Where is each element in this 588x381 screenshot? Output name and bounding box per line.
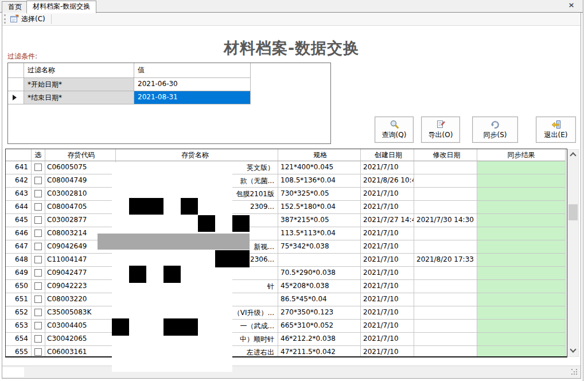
filter-row[interactable]: *开始日期*2021-06-30	[8, 78, 330, 91]
scrollbar-thumb[interactable]	[568, 204, 578, 220]
column-header-rownum[interactable]	[6, 149, 32, 161]
exit-button[interactable]: 退出(E)	[536, 116, 576, 143]
row-checkbox[interactable]	[34, 282, 42, 290]
sync-result-cell	[477, 201, 566, 214]
sync-result-cell	[477, 188, 566, 201]
column-header[interactable]: 选	[32, 149, 45, 161]
row-checkbox[interactable]	[34, 269, 42, 277]
inventory-code-cell: C03004405	[45, 320, 116, 333]
table-row[interactable]: 642C08004749款（无菌...108.5*136*0.042021/8/…	[6, 174, 567, 188]
row-number-cell: 655	[6, 346, 32, 357]
row-checkbox[interactable]	[34, 348, 42, 356]
table-row[interactable]: 643C03002810包膜2101版730*325*0.052021/7/10	[6, 188, 567, 201]
exit-door-icon	[550, 119, 562, 130]
sync-result-cell	[477, 293, 566, 306]
select-cell	[32, 346, 45, 357]
inventory-code-cell: C35005083K	[45, 306, 116, 320]
redaction-box	[232, 215, 250, 232]
row-checkbox[interactable]	[34, 256, 42, 263]
inventory-code-cell: C09042477	[45, 267, 116, 280]
created-date-cell: 2021/7/10	[361, 240, 414, 254]
tab-home[interactable]: 首页	[2, 1, 28, 13]
resize-grip-icon[interactable]	[571, 369, 573, 370]
row-number-cell: 653	[6, 320, 32, 333]
modified-date-cell	[414, 240, 477, 254]
column-header[interactable]: 创建日期	[361, 149, 414, 161]
row-checkbox[interactable]	[34, 296, 42, 303]
filter-name-cell[interactable]: *结束日期*	[24, 91, 134, 104]
table-vertical-scrollbar[interactable]	[567, 149, 579, 357]
spec-cell: 113.5*113*0.04	[278, 227, 361, 240]
query-button[interactable]: 查询(Q)	[375, 116, 414, 143]
filter-name-cell[interactable]: *开始日期*	[24, 78, 134, 91]
row-checkbox[interactable]	[34, 243, 42, 250]
sync-result-cell	[477, 214, 566, 227]
tab-strip: 首页 材料档案-数据交换 ×	[0, 0, 583, 13]
row-number-cell: 647	[6, 240, 32, 254]
column-header[interactable]: 存货名称	[116, 149, 278, 161]
close-icon[interactable]: ×	[567, 1, 576, 10]
column-header[interactable]: 规格	[278, 149, 361, 161]
row-checkbox[interactable]	[34, 322, 42, 329]
created-date-cell: 2021/7/10	[361, 280, 414, 293]
main-panel: 选择(C) 材料档案-数据交换 过滤条件: 过滤名称 值 *开始日期*2021-…	[2, 13, 581, 379]
table-row[interactable]: 645C03002877387*215*0.052021/7/27 14:472…	[6, 214, 567, 227]
sync-result-cell	[477, 254, 566, 267]
row-checkbox[interactable]	[34, 216, 42, 224]
current-row-arrow-icon	[13, 95, 17, 100]
row-checkbox[interactable]	[34, 335, 42, 343]
filter-value-cell[interactable]: 2021-08-31	[134, 91, 251, 104]
row-checkbox[interactable]	[34, 177, 42, 184]
inventory-code-cell: C09042223	[45, 280, 116, 293]
table-row[interactable]: 651C0800322086.5*45*0.042021/7/10	[6, 293, 567, 306]
table-row[interactable]: 652C35005083K（VI升级）...270*350*0.1232021/…	[6, 306, 567, 320]
select-cell	[32, 174, 45, 188]
sync-result-cell	[477, 161, 566, 174]
table-row[interactable]: 650C09042223针45*208*0.0382021/7/10	[6, 280, 567, 293]
table-row[interactable]: 655C06003161左进右出47*211.5*0.0422021/7/10	[6, 346, 567, 357]
inventory-code-cell: C11004147	[45, 254, 116, 267]
sync-button[interactable]: 同步(S)	[472, 116, 518, 143]
tab-material-data-exchange[interactable]: 材料档案-数据交换	[26, 1, 96, 13]
table-row[interactable]: 653C03004405一（武成...665*310*0.0522021/7/1…	[6, 320, 567, 333]
select-cell	[32, 240, 45, 254]
table-row[interactable]: 654C30042065中）顺时针46*212.2*0.0382021/7/10	[6, 333, 567, 346]
filter-row[interactable]: *结束日期*2021-08-31	[8, 91, 330, 104]
select-button-label: 选择(C)	[21, 14, 45, 24]
select-cell	[32, 188, 45, 201]
select-button[interactable]: 选择(C)	[8, 13, 49, 25]
redaction-box	[98, 234, 250, 250]
row-checkbox[interactable]	[34, 190, 42, 197]
modified-date-cell: 2021/7/30 14:30	[414, 214, 477, 227]
spec-cell: 47*211.5*0.042	[278, 346, 361, 357]
row-number-cell: 643	[6, 188, 32, 201]
scroll-up-icon[interactable]	[568, 150, 578, 160]
row-checkbox[interactable]	[34, 230, 42, 237]
toolbar-grip[interactable]	[4, 14, 6, 24]
filter-conditions-label: 过滤条件:	[7, 52, 37, 61]
filter-value-cell[interactable]: 2021-06-30	[134, 78, 251, 91]
row-number-cell: 654	[6, 333, 32, 346]
modified-date-cell	[414, 320, 477, 333]
table-row[interactable]: 646C08003214113.5*113*0.042021/7/10	[6, 227, 567, 240]
modified-date-cell	[414, 333, 477, 346]
table-row[interactable]: 641C06005075英文版）121*400*0.0452021/7/10	[6, 161, 567, 174]
export-button[interactable]: 导出(O)	[421, 116, 460, 143]
table-row[interactable]: 648C110041472306...2021/7/102021/8/20 17…	[6, 254, 567, 267]
created-date-cell: 2021/7/27 14:47	[361, 214, 414, 227]
column-header[interactable]: 修改日期	[414, 149, 477, 161]
row-number-cell: 646	[6, 227, 32, 240]
row-checkbox[interactable]	[34, 203, 42, 211]
modified-date-cell	[414, 188, 477, 201]
sync-result-cell	[477, 240, 566, 254]
row-checkbox[interactable]	[34, 164, 42, 171]
table-row[interactable]: 644C080047052309...152.5*180*0.042021/7/…	[6, 201, 567, 214]
column-header[interactable]: 同步结果	[477, 149, 566, 161]
column-header[interactable]: 存货代码	[45, 149, 116, 161]
scroll-down-icon[interactable]	[568, 347, 578, 356]
sync-result-cell	[477, 280, 566, 293]
modified-date-cell	[414, 201, 477, 214]
table-row[interactable]: 649C0904247770.5*290*0.0382021/7/10	[6, 267, 567, 280]
table-row[interactable]: 647C09042649新视...75*342*0.0382021/7/10	[6, 240, 567, 254]
row-checkbox[interactable]	[34, 309, 42, 316]
